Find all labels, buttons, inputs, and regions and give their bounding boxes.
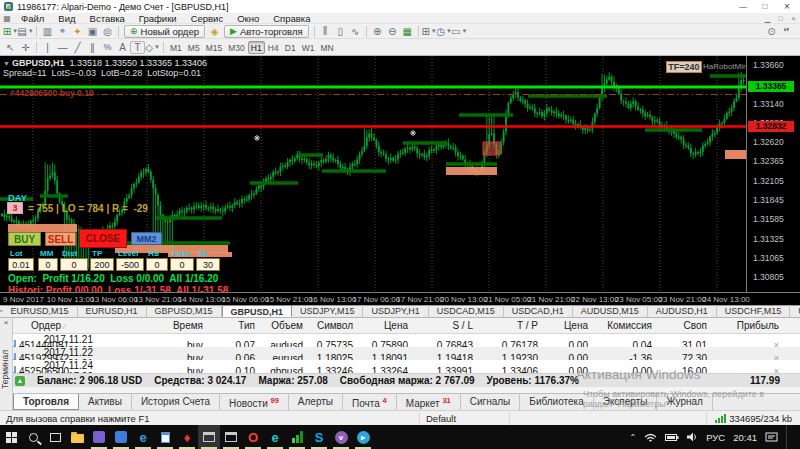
close-button-panel[interactable]: CLOSE bbox=[79, 229, 127, 248]
buy-button[interactable]: BUY bbox=[8, 232, 41, 246]
terminal-panel-icon[interactable]: ▣ bbox=[85, 25, 100, 38]
app-window-gray-active[interactable] bbox=[198, 425, 220, 449]
timeframe-d1[interactable]: D1 bbox=[282, 41, 299, 54]
microsoft-edge[interactable]: e bbox=[132, 425, 154, 449]
mm-button[interactable]: MM2 bbox=[131, 232, 162, 245]
battery-icon[interactable] bbox=[665, 433, 679, 442]
terminal-tab-сигналы[interactable]: Сигналы bbox=[461, 394, 521, 410]
periods-icon[interactable]: ◷▼ bbox=[437, 25, 452, 38]
menu-графики[interactable]: Графики bbox=[132, 13, 184, 24]
panel-field-input-sl[interactable]: 30 bbox=[196, 258, 220, 271]
chart-tab-audusd-h1[interactable]: AUDUSD,H1 bbox=[648, 305, 717, 317]
mdi-restore-button[interactable]: □ bbox=[774, 13, 787, 24]
sell-button[interactable]: SELL bbox=[45, 232, 76, 246]
column-header[interactable]: Ордер ∕ bbox=[29, 320, 99, 331]
cursor-icon[interactable]: ↖ bbox=[3, 41, 18, 54]
vertical-line-icon[interactable]: | bbox=[40, 41, 55, 54]
chart-dropdown-icon[interactable]: ▼ bbox=[3, 60, 12, 67]
menu-сервис[interactable]: Сервис bbox=[184, 13, 231, 24]
column-header[interactable]: Своп bbox=[658, 320, 713, 331]
tray-language[interactable]: РУС bbox=[706, 432, 725, 443]
chat-icon[interactable]: ❛❜ bbox=[779, 25, 794, 38]
status-profile[interactable]: Default bbox=[420, 412, 510, 425]
app-document-blue[interactable] bbox=[154, 425, 176, 449]
terminal-tab-история-счета[interactable]: История Счета bbox=[132, 394, 220, 410]
chart-tab-eurusd-h1[interactable]: EURUSD,H1 bbox=[78, 305, 147, 317]
chart-tab-eurusd-m15[interactable]: EURUSD,M15 bbox=[2, 305, 77, 317]
price-axis[interactable]: 1.336601.334051.331401.328801.326201.323… bbox=[746, 56, 800, 293]
zoom-in-icon[interactable]: ⊕ bbox=[370, 25, 385, 38]
mdi-minimize-button[interactable]: ▁ bbox=[761, 13, 774, 24]
terminal-tab-новости[interactable]: Новости 99 bbox=[220, 394, 289, 410]
line-chart-mode-icon[interactable]: ∿ bbox=[348, 25, 363, 38]
terminal-close-icon[interactable]: × bbox=[0, 318, 12, 328]
panel-field-input-hs[interactable]: 0 bbox=[146, 258, 168, 271]
task-view-button[interactable] bbox=[44, 425, 66, 449]
trendline-icon[interactable]: ╱ bbox=[70, 41, 85, 54]
shapes-icon[interactable]: ◇▼ bbox=[145, 41, 160, 54]
zoom-out-icon[interactable]: ⊖ bbox=[385, 25, 400, 38]
wifi-icon[interactable] bbox=[644, 432, 657, 443]
column-header[interactable]: Символ bbox=[309, 320, 359, 331]
panel-field-input-mm[interactable]: 0 bbox=[38, 258, 58, 271]
app-window-purple[interactable] bbox=[88, 425, 110, 449]
panel-day-input[interactable]: 3 bbox=[7, 202, 23, 214]
market-watch-icon[interactable]: ▥ bbox=[40, 25, 55, 38]
timeframe-h1[interactable]: H1 bbox=[248, 41, 265, 54]
candle-chart-mode-icon[interactable]: ▯ bbox=[333, 25, 348, 38]
terminal-tab-торговля[interactable]: Торговля bbox=[13, 394, 79, 410]
navigator-icon[interactable]: ✦ bbox=[70, 25, 85, 38]
column-header[interactable]: Объем bbox=[261, 320, 309, 331]
auto-trading-button[interactable]: ▶Авто-торговля bbox=[224, 25, 309, 38]
file-explorer[interactable] bbox=[66, 425, 88, 449]
chart-tab-usdjpy-h1[interactable]: USDJPY,H1 bbox=[363, 305, 428, 317]
crosshair-icon[interactable]: ✛ bbox=[18, 41, 33, 54]
viber[interactable]: v bbox=[330, 425, 352, 449]
mdi-close-button[interactable]: × bbox=[787, 13, 800, 24]
menu-файл[interactable]: Файл bbox=[14, 13, 51, 24]
timeframe-m30[interactable]: M30 bbox=[225, 41, 248, 54]
channel-icon[interactable]: ∥ bbox=[85, 41, 100, 54]
horizontal-line-icon[interactable]: — bbox=[55, 41, 70, 54]
time-axis[interactable]: 9 Nov 201710 Nov 13:0013 Nov 06:0013 Nov… bbox=[0, 294, 800, 305]
speaker-icon[interactable] bbox=[687, 432, 698, 442]
action-center-icon[interactable] bbox=[765, 432, 778, 443]
terminal-side-label[interactable]: Терминал bbox=[0, 332, 13, 406]
column-header[interactable]: Комиссия bbox=[594, 320, 658, 331]
panel-field-input-dist[interactable]: 0 bbox=[60, 258, 88, 271]
timeframe-mn[interactable]: MN bbox=[317, 41, 336, 54]
app-window-gray[interactable] bbox=[220, 425, 242, 449]
timeframe-m5[interactable]: M5 bbox=[185, 41, 203, 54]
column-header[interactable]: Тип bbox=[209, 320, 261, 331]
panel-field-input-first[interactable]: 0 bbox=[170, 258, 194, 271]
panel-field-input-lot[interactable]: 0.01 bbox=[8, 258, 34, 271]
orders-table-header[interactable]: Ордер ∕ВремяТипОбъемСимволЦенаS / LT / P… bbox=[13, 318, 800, 334]
text-icon[interactable]: A bbox=[115, 41, 130, 54]
chart-tab-gbpusd-h1[interactable]: GBPUSD,H1 bbox=[222, 305, 293, 317]
panel-field-input-tp[interactable]: 200 bbox=[90, 258, 114, 271]
metatrader-terminal[interactable] bbox=[286, 425, 308, 449]
new-order-button[interactable]: ⊕Новый ордер bbox=[124, 25, 205, 38]
chart-tab-usdchf-m15[interactable]: USDCHF,M15 bbox=[717, 305, 791, 317]
terminal-tab-библиотека[interactable]: Библиотека bbox=[520, 394, 593, 410]
timeframe-h4[interactable]: H4 bbox=[265, 41, 282, 54]
tray-clock[interactable]: 20:41 bbox=[733, 432, 757, 443]
column-header[interactable]: Время bbox=[99, 320, 209, 331]
opera-browser[interactable]: O bbox=[242, 425, 264, 449]
menu-окно[interactable]: Окно bbox=[230, 13, 266, 24]
menu-справка[interactable]: Справка bbox=[266, 13, 317, 24]
templates-icon[interactable]: ▭▼ bbox=[452, 25, 467, 38]
start-button[interactable] bbox=[0, 425, 22, 449]
column-header[interactable]: Цена bbox=[359, 320, 414, 331]
minimize-button[interactable]: — bbox=[732, 0, 754, 13]
fibonacci-icon[interactable]: % bbox=[100, 41, 115, 54]
metaeditor-icon[interactable]: ◈ bbox=[207, 25, 222, 38]
data-window-icon[interactable]: ⌖ bbox=[55, 25, 70, 38]
chart-tab-usdcad-m15[interactable]: USDCAD,M15 bbox=[429, 305, 504, 317]
chart-tab-gbpusd-m15[interactable]: GBPUSD,M15 bbox=[147, 305, 222, 317]
column-header[interactable]: T / P bbox=[479, 320, 544, 331]
app-window-blue[interactable] bbox=[110, 425, 132, 449]
chart-plot[interactable]: ▼ GBPUSD,H1 1.33518 1.33550 1.33365 1.33… bbox=[0, 56, 746, 293]
timeframe-w1[interactable]: W1 bbox=[299, 41, 318, 54]
panel-field-input-level[interactable]: -500 bbox=[116, 258, 144, 271]
